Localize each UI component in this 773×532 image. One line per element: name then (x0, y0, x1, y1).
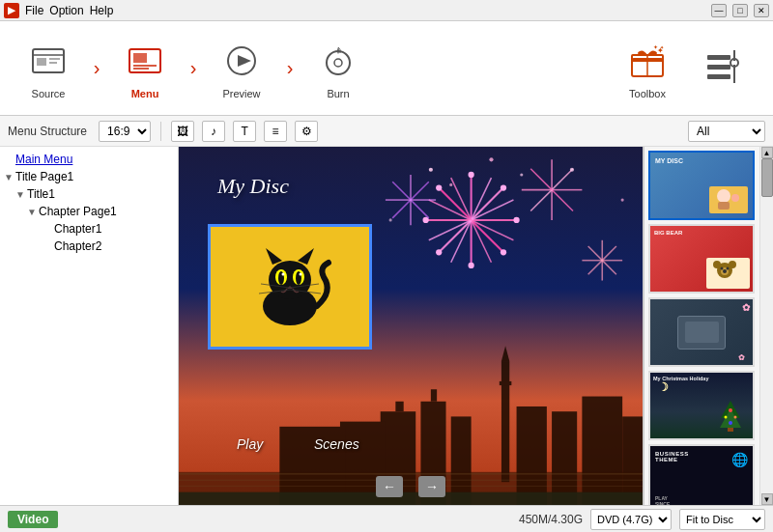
svg-point-117 (731, 194, 739, 202)
source-button[interactable]: Source (10, 26, 87, 111)
play-label[interactable]: Play (237, 436, 263, 452)
svg-line-53 (552, 190, 573, 211)
svg-rect-6 (133, 53, 147, 63)
close-button[interactable]: ✕ (754, 4, 769, 17)
toolbox-button[interactable]: ✦ ✦ ✦ Toolbox (609, 26, 686, 111)
preview-icon (218, 38, 265, 84)
svg-point-130 (734, 416, 737, 419)
svg-line-65 (392, 182, 411, 200)
menu-help[interactable]: Help (90, 4, 114, 17)
svg-text:✦: ✦ (653, 44, 658, 50)
svg-point-42 (468, 172, 473, 178)
svg-rect-19 (707, 55, 730, 60)
svg-point-44 (513, 217, 519, 223)
svg-point-109 (300, 273, 302, 276)
burn-icon (315, 38, 361, 84)
svg-rect-94 (431, 389, 437, 402)
menu-option[interactable]: Option (49, 4, 83, 17)
scroll-up-btn[interactable]: ▲ (761, 147, 773, 158)
tree-item-chapter2[interactable]: Chapter2 (0, 238, 178, 255)
tree-item-title-page1[interactable]: ▼ Title Page1 (0, 168, 178, 185)
disc-title: My Disc (217, 174, 289, 199)
text-icon-btn[interactable]: T (233, 121, 256, 142)
svg-rect-21 (707, 74, 730, 79)
toolbox-section: ✦ ✦ ✦ Toolbox (609, 26, 763, 111)
svg-rect-20 (707, 65, 730, 70)
tree-label-chapter-page1: Chapter Page1 (39, 205, 117, 218)
svg-point-119 (713, 261, 721, 268)
tree-item-main-menu[interactable]: Main Menu (0, 151, 178, 168)
svg-line-39 (429, 220, 472, 240)
prev-arrow-button[interactable]: ← (376, 476, 403, 497)
preview-button[interactable]: Preview (203, 26, 280, 111)
arrow-3: › (280, 49, 300, 88)
svg-line-40 (429, 200, 472, 220)
right-panel-scrollbar[interactable]: ▲ ▼ (759, 147, 773, 505)
svg-point-43 (501, 184, 506, 190)
minimize-button[interactable]: — (711, 4, 727, 17)
tree-item-chapter1[interactable]: Chapter1 (0, 220, 178, 238)
svg-line-61 (411, 200, 429, 218)
settings-toolbar-button[interactable] (686, 26, 763, 111)
title-bar-left: ▶ File Option Help (4, 3, 113, 18)
burn-button[interactable]: Burn (300, 26, 377, 111)
svg-line-63 (392, 200, 411, 218)
scroll-down-btn[interactable]: ▼ (761, 493, 773, 505)
title-bar-right: — □ ✕ (711, 4, 769, 17)
filter-select[interactable]: All (688, 121, 765, 142)
svg-point-12 (334, 59, 342, 67)
scenes-label[interactable]: Scenes (314, 436, 359, 452)
svg-point-122 (720, 267, 723, 270)
tree-item-chapter-page1[interactable]: ▼ Chapter Page1 (0, 203, 178, 220)
tree-expand-4: ▼ (27, 207, 39, 217)
svg-point-47 (436, 249, 442, 255)
tree-expand-2: ▼ (4, 172, 15, 182)
scroll-thumb[interactable] (761, 158, 773, 197)
burn-label: Burn (327, 88, 349, 99)
image-icon-btn[interactable]: 🖼 (171, 121, 194, 142)
properties-icon-btn[interactable]: ⚙ (295, 121, 318, 142)
tree-expand-3: ▼ (15, 189, 27, 200)
main-content: Main Menu ▼ Title Page1 ▼ Title1 ▼ Chapt… (0, 147, 773, 505)
music-icon-btn[interactable]: ♪ (202, 121, 225, 142)
svg-point-78 (570, 168, 574, 172)
menu-icon (122, 38, 168, 84)
theme-thumb-3[interactable]: ✿ ✿ (648, 297, 755, 367)
svg-point-120 (729, 261, 736, 268)
cat-silhouette-icon (242, 243, 338, 330)
theme-thumb-1[interactable]: MY DISC (648, 151, 755, 220)
svg-line-27 (472, 188, 503, 220)
svg-point-80 (389, 218, 392, 221)
svg-point-124 (723, 269, 727, 273)
svg-line-57 (530, 169, 552, 190)
tree-item-title1[interactable]: ▼ Title1 (0, 185, 178, 203)
svg-rect-127 (728, 428, 733, 432)
menu-button[interactable]: Menu (106, 26, 184, 111)
disc-type-select[interactable]: DVD (4.7G) BD (25G) (590, 509, 672, 530)
maximize-button[interactable]: □ (732, 4, 748, 17)
aspect-ratio-select[interactable]: 16:9 4:3 (99, 121, 151, 142)
theme-thumb-5[interactable]: BUSINESS THEME PLAY SINCE 🌐 (648, 444, 755, 505)
settings-toolbar-icon (701, 43, 748, 90)
toolbox-icon: ✦ ✦ ✦ (624, 38, 671, 84)
menu-structure-label: Menu Structure (8, 125, 87, 138)
svg-point-46 (468, 263, 473, 268)
center-panel[interactable]: My Disc (179, 147, 643, 505)
theme-thumb-4[interactable]: My Christmas Holiday (648, 371, 755, 440)
svg-line-36 (472, 220, 514, 240)
svg-point-48 (423, 217, 429, 223)
video-thumbnail[interactable] (208, 224, 372, 350)
svg-line-29 (472, 220, 503, 252)
layout-icon-btn[interactable]: ≡ (264, 121, 287, 142)
svg-point-45 (501, 249, 506, 255)
next-arrow-button[interactable]: → (418, 476, 445, 497)
svg-line-31 (439, 220, 471, 252)
svg-point-77 (449, 183, 452, 186)
arrow-1: › (87, 49, 106, 88)
fit-option-select[interactable]: Fit to Disc Do not Scale (679, 509, 765, 530)
left-panel: Main Menu ▼ Title Page1 ▼ Title1 ▼ Chapt… (0, 147, 179, 505)
preview-label: Preview (222, 88, 260, 99)
theme-thumb-2[interactable]: BIG BEAR (648, 224, 755, 294)
source-icon (25, 38, 72, 84)
menu-file[interactable]: File (25, 4, 43, 17)
